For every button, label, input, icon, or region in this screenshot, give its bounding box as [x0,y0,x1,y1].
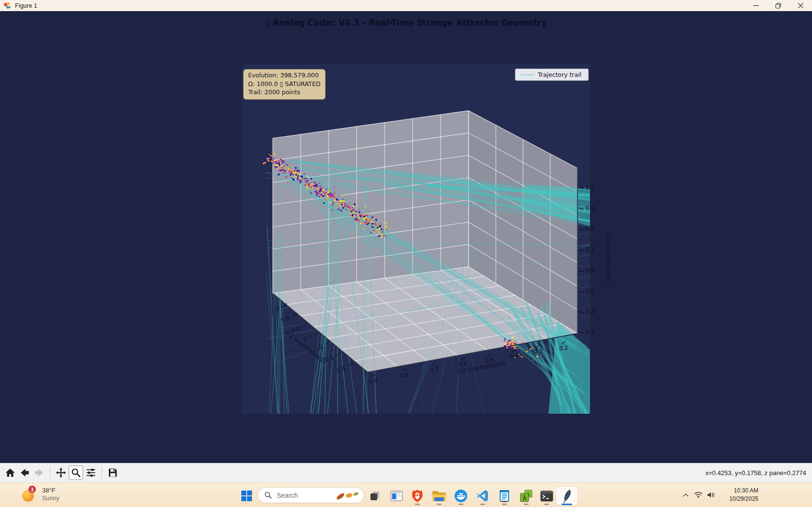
tick-label-d3-0.3: 0.3 [586,329,594,335]
feather-icon [561,489,573,503]
minimize-button[interactable] [745,0,767,11]
desktop-window-icon [390,491,403,501]
plot-legend: Trajectory trail [515,69,589,81]
forward-button[interactable] [32,466,46,479]
folder-icon [432,490,446,502]
tick-label-d3-0.6: 0.6 [586,267,594,274]
legend-label: Trajectory trail [538,71,581,78]
terminal-icon [540,491,553,502]
tick-label-d2-0.8: 0.8 [399,371,409,379]
virtual-desktop-button[interactable] [387,487,406,505]
tick-label-d3-1.0: 1.0 [586,184,594,191]
tick-label-d2-0.4: 0.4 [509,352,518,360]
search-box[interactable] [258,487,364,503]
plot-title: ▯ Analog Codec V4.3 - Real-Time Strange … [0,18,812,28]
file-explorer-button[interactable] [429,487,449,505]
save-button[interactable] [106,466,119,479]
notepad-button[interactable] [495,487,514,505]
pan-button[interactable] [54,466,68,479]
restore-button[interactable] [768,0,789,11]
lambda-editor-button[interactable]: λ λ [517,487,536,505]
volume-icon[interactable] [705,489,717,501]
weather-condition: Sunny [42,494,59,502]
svg-text:λ: λ [523,494,527,502]
subplots-button[interactable] [84,466,98,479]
brave-icon [411,489,424,503]
close-button[interactable] [790,0,811,11]
attractor-3d-plot[interactable]: 1.00.90.80.70.60.50.40.90.80.70.60.50.40… [236,58,618,418]
terminal-button[interactable] [537,487,556,505]
tick-label-d2-0.9: 0.9 [368,377,378,385]
clock[interactable]: 10:30 AM 10/29/2025 [721,487,758,503]
axis-label-d3: D3 (normalized) [605,233,612,282]
vscode-button[interactable] [473,487,492,505]
tick-label-d3-0.4: 0.4 [586,308,594,315]
readout-evolution: Evolution: 398,579,000 [248,71,321,80]
docker-button[interactable] [451,487,471,505]
readout-omega: Ω: 1000.0 ▯ SATURATED [248,80,321,88]
task-view-button[interactable] [365,487,384,505]
brave-browser-button[interactable] [408,487,427,505]
seasonal-leaves-icon [335,489,360,503]
weather-sun-icon: 3 [21,486,38,503]
back-button[interactable] [18,466,31,479]
evolution-readout-box: Evolution: 398,579,000 Ω: 1000.0 ▯ SATUR… [243,69,325,100]
figure-canvas[interactable]: ▯ Analog Codec V4.3 - Real-Time Strange … [0,11,812,463]
clock-time: 10:30 AM [721,487,758,495]
lambda-icon: λ λ [520,490,532,502]
cursor-status: x=0.4253, y=0.1758, z pane=0.2774 [705,463,806,482]
docker-icon [454,489,468,503]
matplotlib-window-icon [3,2,11,10]
tick-label-d3-0.5: 0.5 [586,288,594,295]
weather-widget[interactable]: 3 38°F Sunny [21,486,59,503]
tick-label-d3-0.9: 0.9 [586,205,594,212]
notification-badge: 3 [28,485,36,493]
mpl-toolbar: x=0.4253, y=0.1758, z pane=0.2774 [0,463,812,482]
tick-label-d2-0.7: 0.7 [429,365,439,373]
tick-label-d2-0.3: 0.3 [533,348,543,355]
desktop: Figure 1 ▯ Analog Codec V4.3 - Real-Time… [0,0,812,507]
start-button[interactable] [237,487,256,505]
tick-label-d2-0.2: 0.2 [559,344,568,352]
search-icon [265,492,272,499]
toolbar-separator [50,467,50,478]
home-button[interactable] [3,466,17,479]
windows-logo-icon [241,491,252,501]
taskbar: 3 38°F Sunny [0,482,812,507]
search-input[interactable] [276,491,336,500]
legend-swatch [520,74,534,75]
wifi-icon[interactable] [693,489,704,501]
readout-trail: Trail: 2000 points [248,88,321,97]
notepad-icon [499,489,510,503]
tick-label-d3-0.7: 0.7 [586,246,594,253]
window-titlebar: Figure 1 [0,0,812,11]
window-title: Figure 1 [15,2,37,9]
weather-temp: 38°F [42,487,59,494]
tray-chevron-icon[interactable] [680,489,692,501]
vscode-icon [476,490,489,502]
zoom-button[interactable] [69,465,83,480]
tick-label-d3-0.8: 0.8 [586,226,594,232]
matplotlib-figure-taskbar-button[interactable] [556,487,577,505]
task-view-icon [369,490,381,502]
toolbar-separator [102,467,102,478]
clock-date: 10/29/2025 [721,495,758,503]
